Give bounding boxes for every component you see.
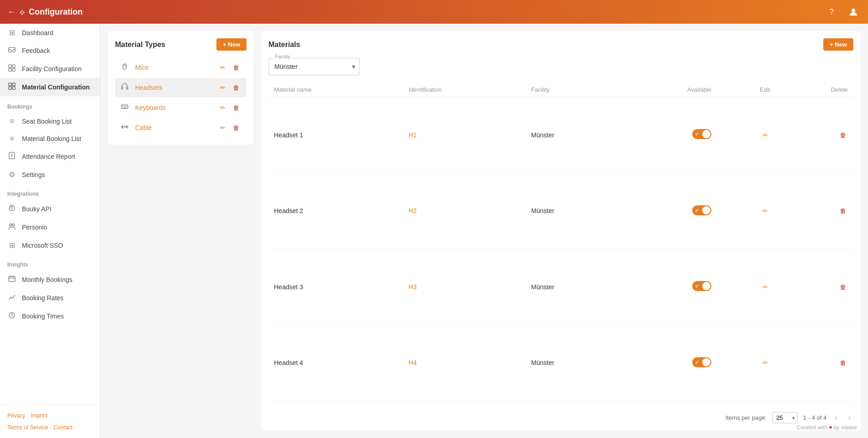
topbar-icons: ? <box>824 5 861 19</box>
new-material-button[interactable]: + New <box>823 38 853 51</box>
cell-available: ✓ <box>620 97 717 173</box>
material-booking-icon: ≡ <box>7 135 16 143</box>
delete-mice-button[interactable]: 🗑 <box>231 63 241 72</box>
sidebar-label-personio: Personio <box>22 224 47 231</box>
delete-row-button[interactable]: 🗑 <box>838 282 848 292</box>
type-item-keyboards[interactable]: Keyboards ✏ 🗑 <box>115 98 247 117</box>
edit-headsets-button[interactable]: ✏ <box>218 83 227 92</box>
help-button[interactable]: ? <box>824 5 839 19</box>
headsets-label: Headsets <box>135 84 213 91</box>
sidebar-label-feedback: Feedback <box>22 47 50 54</box>
sidebar-label-monthly-bookings: Monthly Bookings <box>22 276 73 283</box>
col-identification: Identification <box>403 83 526 97</box>
cell-delete: 🗑 <box>775 249 853 325</box>
logo: ⟡ Configuration <box>19 7 83 17</box>
edit-row-button[interactable]: ✏ <box>761 206 770 215</box>
edit-row-button[interactable]: ✏ <box>761 358 770 367</box>
type-item-cable[interactable]: Cable ✏ 🗑 <box>115 118 247 137</box>
svg-rect-6 <box>9 83 11 86</box>
imprint-link[interactable]: Imprint <box>31 412 47 419</box>
delete-headsets-button[interactable]: 🗑 <box>231 83 241 92</box>
svg-point-15 <box>11 210 12 211</box>
sidebar-item-feedback[interactable]: Feedback <box>0 42 100 60</box>
delete-row-button[interactable]: 🗑 <box>838 130 848 140</box>
keyboards-icon <box>121 103 130 113</box>
prev-page-button[interactable]: ‹ <box>832 413 840 423</box>
materials-tbody: Headset 1 H1 Münster ✓ ✏ 🗑 Headset 2 H2 … <box>268 97 853 401</box>
col-delete: Delete <box>775 83 853 97</box>
sidebar-item-personio[interactable]: Personio <box>0 218 100 236</box>
sidebar-item-booking-rates[interactable]: Booking Rates <box>0 289 100 307</box>
cell-identification: H4 <box>403 325 526 401</box>
type-item-headsets[interactable]: Headsets ✏ 🗑 <box>115 78 247 97</box>
sidebar-label-dashboard: Dashboard <box>22 29 53 36</box>
new-material-type-button[interactable]: + New <box>216 38 247 51</box>
sidebar-item-facility-configuration[interactable]: Facility Configuration <box>0 60 100 78</box>
available-toggle[interactable]: ✓ <box>692 205 711 215</box>
materials-table: Material name Identification Facility Av… <box>268 83 853 401</box>
facility-label: Facility <box>273 54 292 59</box>
cell-material-name: Headset 4 <box>268 325 403 401</box>
available-toggle[interactable]: ✓ <box>692 129 711 139</box>
personio-icon <box>7 223 16 232</box>
facility-select[interactable]: Münster <box>268 58 360 75</box>
keyboards-label: Keyboards <box>135 104 213 111</box>
edit-mice-button[interactable]: ✏ <box>218 63 227 72</box>
items-per-page-select[interactable]: 10 25 50 100 <box>772 412 798 423</box>
sidebar-item-microsoft-sso[interactable]: ⊞ Microsoft SSO <box>0 236 100 254</box>
terms-link[interactable]: Terms of Service <box>7 424 48 431</box>
cell-available: ✓ <box>620 173 717 249</box>
edit-row-button[interactable]: ✏ <box>761 130 770 140</box>
integrations-section-label: Integrations <box>0 183 100 200</box>
sidebar-label-material-config: Material Configuration <box>22 83 90 91</box>
delete-row-button[interactable]: 🗑 <box>838 206 848 215</box>
seat-booking-icon: ≡ <box>7 117 16 125</box>
monthly-bookings-icon <box>7 275 16 284</box>
svg-rect-4 <box>9 68 11 71</box>
svg-point-16 <box>10 224 12 226</box>
cell-edit: ✏ <box>717 249 776 325</box>
edit-row-button[interactable]: ✏ <box>761 282 770 292</box>
delete-keyboards-button[interactable]: 🗑 <box>231 103 241 112</box>
cell-facility: Münster <box>526 97 620 173</box>
topbar: ← ⟡ Configuration ? <box>0 0 868 24</box>
pagination-row: Items per page: 10 25 50 100 1 - 4 of 4 … <box>268 408 853 423</box>
sidebar-item-material-booking-list[interactable]: ≡ Material Booking List <box>0 130 100 147</box>
materials-header: Materials + New <box>268 38 853 51</box>
delete-cable-button[interactable]: 🗑 <box>231 123 241 132</box>
cell-identification: H2 <box>403 173 526 249</box>
contact-link[interactable]: Contact <box>53 424 72 431</box>
svg-rect-3 <box>12 65 15 68</box>
sidebar-item-booking-times[interactable]: Booking Times <box>0 307 100 325</box>
edit-cable-button[interactable]: ✏ <box>218 123 227 132</box>
booking-times-icon <box>7 312 16 321</box>
sidebar-item-monthly-bookings[interactable]: Monthly Bookings <box>0 271 100 289</box>
sidebar-item-seat-booking-list[interactable]: ≡ Seat Booking List <box>0 113 100 130</box>
svg-rect-26 <box>121 87 123 89</box>
table-row: Headset 4 H4 Münster ✓ ✏ 🗑 <box>268 325 853 401</box>
user-button[interactable] <box>846 5 861 19</box>
cell-edit: ✏ <box>717 173 776 249</box>
sidebar-item-buuky-api[interactable]: Buuky API <box>0 200 100 218</box>
cell-identification: H1 <box>403 97 526 173</box>
sidebar-item-dashboard[interactable]: ⊞ Dashboard <box>0 24 100 42</box>
available-toggle[interactable]: ✓ <box>692 357 711 367</box>
edit-keyboards-button[interactable]: ✏ <box>218 103 227 112</box>
delete-row-button[interactable]: 🗑 <box>838 358 848 367</box>
type-item-mice[interactable]: Mice ✏ 🗑 <box>115 58 247 77</box>
privacy-link[interactable]: Privacy <box>7 412 25 419</box>
sidebar-label-material-booking: Material Booking List <box>22 135 81 142</box>
sidebar-label-microsoft-sso: Microsoft SSO <box>22 242 63 249</box>
sidebar-item-settings[interactable]: ⚙ Settings <box>0 166 100 183</box>
svg-point-0 <box>852 9 855 12</box>
next-page-button[interactable]: › <box>846 413 853 423</box>
col-available: Available <box>620 83 717 97</box>
sidebar-item-material-configuration[interactable]: Material Configuration <box>0 78 100 96</box>
pagination-count: 1 - 4 of 4 <box>803 414 826 421</box>
back-button[interactable]: ← <box>7 7 16 17</box>
sidebar-item-attendance-report[interactable]: Attendance Report <box>0 147 100 166</box>
mice-label: Mice <box>135 64 213 71</box>
cell-material-name: Headset 2 <box>268 173 403 249</box>
available-toggle[interactable]: ✓ <box>692 281 711 291</box>
cell-delete: 🗑 <box>775 97 853 173</box>
